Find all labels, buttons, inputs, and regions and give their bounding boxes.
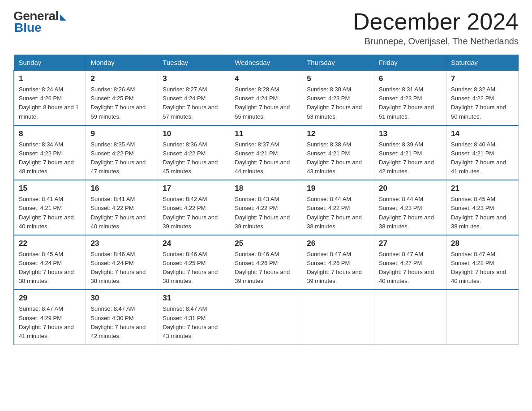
day-number: 8 xyxy=(19,129,81,138)
calendar-day-header: Wednesday xyxy=(230,55,302,71)
day-number: 10 xyxy=(163,129,225,138)
day-number: 19 xyxy=(307,184,369,193)
day-number: 15 xyxy=(19,184,81,193)
calendar-day-header: Saturday xyxy=(446,55,519,71)
day-info: Sunrise: 8:36 AMSunset: 4:22 PMDaylight:… xyxy=(163,141,218,175)
calendar-day-header: Monday xyxy=(86,55,158,71)
day-number: 2 xyxy=(90,74,153,83)
day-number: 21 xyxy=(451,184,514,193)
calendar-day-cell: 5 Sunrise: 8:30 AMSunset: 4:23 PMDayligh… xyxy=(302,70,374,125)
calendar-day-cell: 16 Sunrise: 8:41 AMSunset: 4:22 PMDaylig… xyxy=(86,180,158,235)
calendar-table: SundayMondayTuesdayWednesdayThursdayFrid… xyxy=(13,55,519,345)
day-number: 25 xyxy=(235,239,297,248)
day-number: 18 xyxy=(235,184,297,193)
calendar-day-cell: 23 Sunrise: 8:46 AMSunset: 4:24 PMDaylig… xyxy=(86,235,158,290)
calendar-day-cell xyxy=(302,290,374,344)
calendar-day-cell: 31 Sunrise: 8:47 AMSunset: 4:31 PMDaylig… xyxy=(158,290,230,344)
day-info: Sunrise: 8:37 AMSunset: 4:21 PMDaylight:… xyxy=(235,141,290,175)
calendar-day-cell: 8 Sunrise: 8:34 AMSunset: 4:22 PMDayligh… xyxy=(14,125,86,180)
day-info: Sunrise: 8:46 AMSunset: 4:24 PMDaylight:… xyxy=(90,251,146,284)
day-number: 11 xyxy=(235,129,297,138)
day-number: 31 xyxy=(163,294,225,303)
calendar-day-header: Tuesday xyxy=(158,55,230,71)
day-number: 1 xyxy=(19,74,81,83)
day-info: Sunrise: 8:47 AMSunset: 4:26 PMDaylight:… xyxy=(307,251,362,284)
calendar-day-header: Friday xyxy=(374,55,446,71)
calendar-day-cell: 19 Sunrise: 8:44 AMSunset: 4:22 PMDaylig… xyxy=(302,180,374,235)
day-number: 7 xyxy=(451,74,514,83)
calendar-week-row: 8 Sunrise: 8:34 AMSunset: 4:22 PMDayligh… xyxy=(14,125,519,180)
day-info: Sunrise: 8:47 AMSunset: 4:27 PMDaylight:… xyxy=(379,251,434,284)
calendar-day-header: Thursday xyxy=(302,55,374,71)
day-info: Sunrise: 8:46 AMSunset: 4:26 PMDaylight:… xyxy=(235,251,290,284)
day-number: 24 xyxy=(163,239,225,248)
day-number: 4 xyxy=(235,74,297,83)
calendar-week-row: 22 Sunrise: 8:45 AMSunset: 4:24 PMDaylig… xyxy=(14,235,519,290)
day-info: Sunrise: 8:47 AMSunset: 4:30 PMDaylight:… xyxy=(90,305,146,339)
calendar-day-cell: 25 Sunrise: 8:46 AMSunset: 4:26 PMDaylig… xyxy=(230,235,302,290)
title-block: December 2024 Brunnepe, Overijssel, The … xyxy=(353,9,519,47)
day-info: Sunrise: 8:41 AMSunset: 4:22 PMDaylight:… xyxy=(90,196,146,229)
day-number: 12 xyxy=(307,129,369,138)
day-number: 20 xyxy=(379,184,442,193)
day-info: Sunrise: 8:47 AMSunset: 4:28 PMDaylight:… xyxy=(451,251,506,284)
day-info: Sunrise: 8:45 AMSunset: 4:24 PMDaylight:… xyxy=(19,251,74,284)
day-number: 9 xyxy=(90,129,153,138)
day-info: Sunrise: 8:30 AMSunset: 4:23 PMDaylight:… xyxy=(307,86,362,120)
calendar-day-cell: 15 Sunrise: 8:41 AMSunset: 4:21 PMDaylig… xyxy=(14,180,86,235)
calendar-header-row: SundayMondayTuesdayWednesdayThursdayFrid… xyxy=(14,55,519,71)
day-number: 26 xyxy=(307,239,369,248)
day-number: 13 xyxy=(379,129,442,138)
calendar-day-cell: 26 Sunrise: 8:47 AMSunset: 4:26 PMDaylig… xyxy=(302,235,374,290)
calendar-week-row: 15 Sunrise: 8:41 AMSunset: 4:21 PMDaylig… xyxy=(14,180,519,235)
day-number: 14 xyxy=(451,129,514,138)
calendar-day-cell: 10 Sunrise: 8:36 AMSunset: 4:22 PMDaylig… xyxy=(158,125,230,180)
calendar-day-cell xyxy=(230,290,302,344)
calendar-day-cell: 28 Sunrise: 8:47 AMSunset: 4:28 PMDaylig… xyxy=(446,235,519,290)
day-number: 28 xyxy=(451,239,514,248)
calendar-day-cell: 4 Sunrise: 8:28 AMSunset: 4:24 PMDayligh… xyxy=(230,70,302,125)
location-text: Brunnepe, Overijssel, The Netherlands xyxy=(353,36,519,47)
day-info: Sunrise: 8:26 AMSunset: 4:25 PMDaylight:… xyxy=(90,86,146,120)
day-number: 16 xyxy=(90,184,153,193)
calendar-day-cell xyxy=(374,290,446,344)
calendar-day-cell: 24 Sunrise: 8:46 AMSunset: 4:25 PMDaylig… xyxy=(158,235,230,290)
day-info: Sunrise: 8:39 AMSunset: 4:21 PMDaylight:… xyxy=(379,141,434,175)
calendar-day-cell: 11 Sunrise: 8:37 AMSunset: 4:21 PMDaylig… xyxy=(230,125,302,180)
day-info: Sunrise: 8:47 AMSunset: 4:29 PMDaylight:… xyxy=(19,305,74,339)
calendar-day-cell: 2 Sunrise: 8:26 AMSunset: 4:25 PMDayligh… xyxy=(86,70,158,125)
calendar-day-cell: 27 Sunrise: 8:47 AMSunset: 4:27 PMDaylig… xyxy=(374,235,446,290)
day-info: Sunrise: 8:46 AMSunset: 4:25 PMDaylight:… xyxy=(163,251,218,284)
calendar-day-cell: 18 Sunrise: 8:43 AMSunset: 4:22 PMDaylig… xyxy=(230,180,302,235)
day-number: 6 xyxy=(379,74,442,83)
month-title: December 2024 xyxy=(353,9,519,34)
calendar-day-cell: 3 Sunrise: 8:27 AMSunset: 4:24 PMDayligh… xyxy=(158,70,230,125)
day-info: Sunrise: 8:47 AMSunset: 4:31 PMDaylight:… xyxy=(163,305,218,339)
day-info: Sunrise: 8:45 AMSunset: 4:23 PMDaylight:… xyxy=(451,196,506,229)
day-number: 17 xyxy=(163,184,225,193)
day-info: Sunrise: 8:42 AMSunset: 4:22 PMDaylight:… xyxy=(163,196,218,229)
day-info: Sunrise: 8:44 AMSunset: 4:22 PMDaylight:… xyxy=(307,196,362,229)
logo-triangle-icon xyxy=(60,14,66,21)
calendar-day-cell: 12 Sunrise: 8:38 AMSunset: 4:21 PMDaylig… xyxy=(302,125,374,180)
day-number: 23 xyxy=(90,239,153,248)
calendar-day-cell: 1 Sunrise: 8:24 AMSunset: 4:26 PMDayligh… xyxy=(14,70,86,125)
day-info: Sunrise: 8:31 AMSunset: 4:23 PMDaylight:… xyxy=(379,86,434,120)
calendar-day-cell: 22 Sunrise: 8:45 AMSunset: 4:24 PMDaylig… xyxy=(14,235,86,290)
day-number: 29 xyxy=(19,294,81,303)
day-number: 22 xyxy=(19,239,81,248)
day-info: Sunrise: 8:44 AMSunset: 4:23 PMDaylight:… xyxy=(379,196,434,229)
calendar-day-cell: 6 Sunrise: 8:31 AMSunset: 4:23 PMDayligh… xyxy=(374,70,446,125)
calendar-day-cell: 17 Sunrise: 8:42 AMSunset: 4:22 PMDaylig… xyxy=(158,180,230,235)
day-number: 30 xyxy=(90,294,153,303)
day-info: Sunrise: 8:38 AMSunset: 4:21 PMDaylight:… xyxy=(307,141,362,175)
day-info: Sunrise: 8:24 AMSunset: 4:26 PMDaylight:… xyxy=(19,86,79,120)
calendar-day-cell: 30 Sunrise: 8:47 AMSunset: 4:30 PMDaylig… xyxy=(86,290,158,344)
page-header: General Blue December 2024 Brunnepe, Ove… xyxy=(13,9,519,47)
calendar-day-cell: 9 Sunrise: 8:35 AMSunset: 4:22 PMDayligh… xyxy=(86,125,158,180)
day-info: Sunrise: 8:27 AMSunset: 4:24 PMDaylight:… xyxy=(163,86,218,120)
calendar-day-cell: 14 Sunrise: 8:40 AMSunset: 4:21 PMDaylig… xyxy=(446,125,519,180)
logo: General Blue xyxy=(13,9,66,35)
calendar-day-header: Sunday xyxy=(14,55,86,71)
day-info: Sunrise: 8:41 AMSunset: 4:21 PMDaylight:… xyxy=(19,196,74,229)
